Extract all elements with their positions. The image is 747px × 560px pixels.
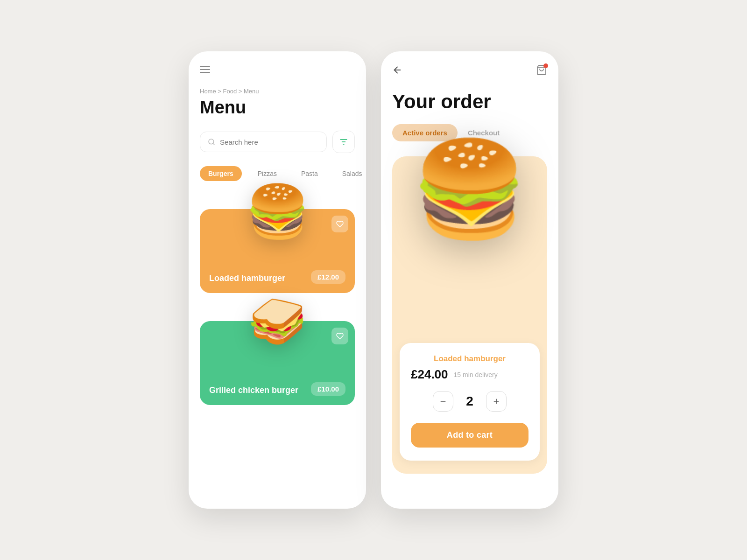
quantity-decrease-button[interactable]	[433, 391, 453, 412]
order-top-bar	[392, 64, 547, 77]
order-burger-image: 🍔	[411, 142, 528, 236]
filter-button[interactable]	[332, 131, 355, 153]
minus-icon	[439, 398, 447, 405]
favorite-chicken-button[interactable]	[331, 328, 348, 344]
quantity-increase-button[interactable]	[486, 391, 507, 412]
cart-notification-dot	[543, 63, 548, 68]
cart-bag-wrapper[interactable]	[536, 64, 547, 77]
hamburger-name: Loaded hamburger	[209, 273, 285, 284]
quantity-row: 2	[411, 391, 529, 412]
category-salads[interactable]: Salads	[334, 166, 366, 181]
category-pasta[interactable]: Pasta	[293, 166, 326, 181]
chicken-price: £10.00	[311, 382, 345, 396]
hamburger-price: £12.00	[311, 270, 345, 284]
menu-screen: Home > Food > Menu Menu Burgers Pizzas P…	[189, 51, 366, 509]
burger-2-image: 🥪	[248, 298, 307, 344]
menu-icon[interactable]	[200, 64, 210, 75]
burger-1-image: 🍔	[246, 186, 310, 237]
order-title: Your order	[392, 91, 547, 113]
add-to-cart-button[interactable]: Add to cart	[411, 423, 529, 448]
delivery-info: 15 min delivery	[454, 371, 498, 378]
category-tabs: Burgers Pizzas Pasta Salads	[200, 166, 355, 181]
plus-icon	[493, 398, 500, 405]
order-price: £24.00	[411, 367, 448, 382]
category-pizzas[interactable]: Pizzas	[249, 166, 285, 181]
filter-icon	[339, 137, 348, 147]
order-screen: Your order Active orders Checkout 🍔 Load…	[381, 51, 558, 509]
search-input[interactable]	[220, 138, 319, 146]
page-title: Menu	[200, 98, 355, 118]
top-bar	[200, 64, 355, 75]
svg-line-2	[213, 143, 214, 145]
heart-icon-2	[336, 332, 344, 340]
burger-hero-area: 🍔	[392, 156, 547, 296]
order-content: 🍔 Loaded hamburger £24.00 15 min deliver…	[392, 156, 547, 474]
chicken-name: Grilled chicken burger	[209, 385, 298, 396]
category-burgers[interactable]: Burgers	[200, 166, 242, 181]
back-icon	[392, 65, 402, 75]
search-icon	[208, 138, 215, 146]
search-box[interactable]	[200, 132, 327, 152]
breadcrumb: Home > Food > Menu	[200, 88, 355, 95]
order-item-name: Loaded hamburger	[411, 354, 529, 364]
search-row	[200, 131, 355, 153]
quantity-value: 2	[463, 394, 477, 409]
order-price-row: £24.00 15 min delivery	[411, 367, 529, 382]
back-button[interactable]	[392, 65, 402, 77]
heart-icon	[336, 220, 344, 228]
order-details-card: Loaded hamburger £24.00 15 min delivery …	[400, 343, 540, 461]
favorite-hamburger-button[interactable]	[331, 216, 348, 232]
